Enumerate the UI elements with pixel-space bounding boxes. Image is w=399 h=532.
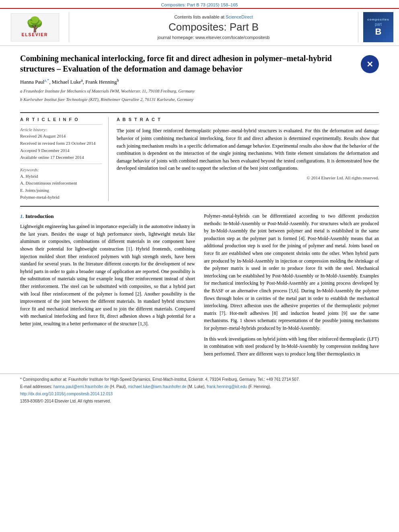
author1-name: Hanna Paul — [20, 79, 44, 85]
issn-line: 1359-8368/© 2014 Elsevier Ltd. All right… — [20, 398, 379, 404]
article-info-col: A R T I C L E I N F O Article history: R… — [20, 117, 109, 201]
email1-note: (H. Paul), — [110, 384, 127, 389]
email-label: E-mail addresses: — [20, 384, 52, 389]
received-date: Received 26 August 2014 — [20, 133, 102, 140]
body-left-col: 1. Introduction Lightweight engineering … — [20, 212, 195, 361]
sciencedirect-line: Contents lists available at ScienceDirec… — [174, 14, 253, 19]
article-info-divider2 — [20, 164, 102, 164]
doi-line: http://dx.doi.org/10.1016/j.compositesb.… — [20, 391, 379, 397]
author3-sup: b — [117, 78, 119, 82]
email2[interactable]: michael.luke@iwm.fraunhofer.de — [128, 384, 186, 389]
keyword2: A. Discontinuous reinforcement — [20, 180, 102, 187]
accepted-date: Accepted 9 December 2014 — [20, 147, 102, 154]
intro-para1: Lightweight engineering has gained in im… — [20, 223, 195, 327]
intro-heading-num: 1. — [20, 213, 24, 219]
journal-citation: Composites: Part B 73 (2015) 158–165 — [161, 2, 238, 7]
email1[interactable]: hanna.paul@emi.fraunhofer.de — [53, 384, 109, 389]
article-info-divider1 — [20, 124, 102, 125]
journal-header: 🌳 ELSEVIER Contents lists available at S… — [0, 8, 399, 46]
journal-homepage: journal homepage: www.elsevier.com/locat… — [158, 35, 270, 40]
keyword3: E. Joints/joining — [20, 187, 102, 194]
elsevier-tree-icon: 🌳 — [26, 17, 44, 32]
intro-para3: In this work investigations on hybrid jo… — [204, 335, 379, 358]
doi-link[interactable]: http://dx.doi.org/10.1016/j.compositesb.… — [20, 392, 113, 396]
crossmark-section: ✕ — [361, 55, 379, 73]
article-title-section: Combining mechanical interlocking, force… — [20, 53, 379, 107]
author2-sup: a — [81, 78, 82, 82]
affiliation1: a Fraunhofer Institute for Mechanics of … — [20, 88, 355, 94]
composites-badge-label: composites — [367, 18, 389, 21]
email-note: E-mail addresses: hanna.paul@emi.fraunho… — [20, 384, 379, 390]
email3[interactable]: frank.henning@kit.edu — [207, 384, 247, 389]
sciencedirect-prefix: Contents lists available at — [174, 14, 224, 19]
page: Composites: Part B 73 (2015) 158–165 🌳 E… — [0, 0, 399, 532]
crossmark-badge[interactable]: ✕ — [361, 55, 379, 73]
affiliation2: b Karlsruher Institut fuer Technologie (… — [20, 96, 355, 103]
article-authors: Hanna Paula,*, Michael Lukea, Frank Henn… — [20, 78, 355, 85]
revised-date: Received in revised form 23 October 2014 — [20, 140, 102, 147]
author3-name: Frank Henning — [85, 79, 117, 85]
composites-part-b: B — [375, 27, 382, 37]
composites-part-label: part — [375, 22, 382, 27]
corresponding-note: * Corresponding author at: Fraunhofer In… — [20, 376, 379, 382]
email3-note: (F. Henning). — [248, 384, 271, 389]
elsevier-logo-image: 🌳 ELSEVIER — [11, 13, 59, 41]
keywords-label: Keywords: — [20, 167, 102, 172]
sciencedirect-link[interactable]: ScienceDirect — [226, 14, 253, 19]
abstract-divider — [117, 124, 379, 125]
body-two-col: 1. Introduction Lightweight engineering … — [20, 212, 379, 361]
author2-name: Michael Luke — [52, 79, 81, 85]
online-date: Available online 17 December 2014 — [20, 154, 102, 161]
elsevier-wordmark: ELSEVIER — [22, 33, 48, 37]
journal-header-center: Contents lists available at ScienceDirec… — [69, 12, 358, 42]
email2-note: (M. Luke), — [187, 384, 206, 389]
article-title: Combining mechanical interlocking, force… — [20, 53, 355, 74]
composites-badge-section: composites part B — [358, 12, 394, 42]
journal-title: Composites: Part B — [169, 21, 259, 33]
title-divider — [20, 112, 379, 113]
article-info-label: A R T I C L E I N F O — [20, 117, 102, 122]
main-content: Combining mechanical interlocking, force… — [0, 46, 399, 368]
abstract-label: A B S T R A C T — [117, 117, 379, 122]
body-right-col: Polymer–metal-hybrids can be differentia… — [204, 212, 379, 361]
journal-citation-bar: Composites: Part B 73 (2015) 158–165 — [0, 0, 399, 8]
copyright-line: © 2014 Elsevier Ltd. All rights reserved… — [117, 175, 379, 180]
composites-badge: composites part B — [363, 12, 393, 42]
intro-para2: Polymer–metal-hybrids can be differentia… — [204, 212, 379, 332]
article-info-abstract: A R T I C L E I N F O Article history: R… — [20, 117, 379, 201]
keyword1: A. Hybrid — [20, 173, 102, 180]
abstract-text: The joint of long fiber reinforced therm… — [117, 127, 379, 172]
author1-sup: a,* — [44, 78, 49, 82]
intro-heading: 1. Introduction — [20, 212, 195, 220]
intro-heading-title: Introduction — [25, 213, 54, 219]
article-title-text: Combining mechanical interlocking, force… — [20, 53, 355, 104]
page-footer: * Corresponding author at: Fraunhofer In… — [0, 374, 399, 408]
history-label: Article history: — [20, 127, 102, 132]
elsevier-logo: 🌳 ELSEVIER — [11, 13, 59, 41]
body-divider — [20, 206, 379, 207]
elsevier-logo-section: 🌳 ELSEVIER — [5, 12, 69, 42]
abstract-col: A B S T R A C T The joint of long fiber … — [117, 117, 379, 201]
keyword4: Polymer-metal-hybrid — [20, 194, 102, 201]
